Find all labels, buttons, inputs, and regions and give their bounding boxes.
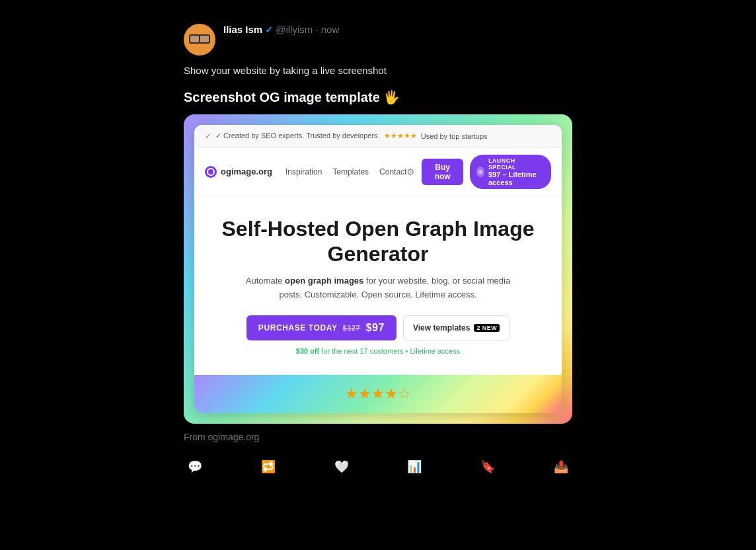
offer-detail: for the next 17 customers • Lifetime acc…: [321, 347, 460, 355]
nav-contact[interactable]: Contact: [379, 167, 406, 177]
site-footer-rating: ★★★★☆: [194, 375, 562, 413]
site-hero: Self-Hosted Open Graph Image Generator A…: [194, 196, 562, 375]
avatar: [184, 24, 215, 56]
like-button[interactable]: 🤍: [330, 455, 353, 478]
check-icon: ✓: [205, 132, 211, 141]
launch-badge-price: $97 – Lifetime access: [488, 171, 545, 186]
hero-offer: $30 off for the next 17 customers • Life…: [208, 347, 548, 355]
site-nav-left: ogimage.org Inspiration Templates Contac…: [205, 166, 406, 178]
share-button[interactable]: 📤: [550, 455, 572, 478]
views-button[interactable]: 📊: [403, 455, 426, 478]
buy-button[interactable]: Buy now: [422, 159, 463, 185]
price-new: $97: [365, 322, 385, 334]
off-label: $30 off: [296, 347, 319, 355]
launch-badge-label: LAUNCH SPECIAL: [488, 157, 545, 171]
site-topbar-left: ✓ ✓ Created by SEO experts. Trusted by d…: [205, 132, 488, 141]
tweet-title: Screenshot OG image template 🖐️: [184, 88, 572, 106]
tweet-header: Ilias Ism ✓ @illyism · now: [184, 24, 572, 56]
reply-icon: 💬: [188, 459, 202, 474]
retweet-icon: 🔁: [261, 459, 276, 474]
like-icon: 🤍: [334, 459, 349, 474]
new-badge: 2 NEW: [474, 324, 500, 332]
hero-bold: open graph images: [285, 276, 363, 286]
badge-icon: ⊕: [476, 167, 484, 177]
site-logo: ogimage.org: [205, 166, 272, 178]
screenshot-card: ✓ ✓ Created by SEO experts. Trusted by d…: [194, 125, 562, 413]
from-source: From ogimage.org: [184, 432, 572, 442]
site-nav: ogimage.org Inspiration Templates Contac…: [194, 148, 562, 196]
user-info: Ilias Ism ✓ @illyism · now: [223, 24, 339, 35]
bookmark-icon: 🔖: [480, 459, 495, 474]
gear-icon[interactable]: ⚙: [406, 167, 415, 177]
hero-subtitle: Automate open graph images for your webs…: [239, 274, 517, 302]
nav-templates[interactable]: Templates: [332, 167, 369, 177]
site-nav-links: Inspiration Templates Contact: [285, 167, 406, 177]
site-nav-right: ⚙ Buy now ⊕ LAUNCH SPECIAL $97 – Lifetim…: [406, 155, 551, 189]
card-wrapper: ✓ ✓ Created by SEO experts. Trusted by d…: [184, 114, 572, 424]
view-templates-label: View templates: [413, 323, 470, 333]
topbar-left-text: ✓ Created by SEO experts. Trusted by dev…: [215, 132, 380, 140]
share-icon: 📤: [554, 459, 568, 474]
nav-inspiration[interactable]: Inspiration: [285, 167, 322, 177]
display-name: Ilias Ism: [223, 24, 262, 35]
price-old: $127: [343, 324, 361, 332]
purchase-button[interactable]: PURCHASE TODAY $127 $97: [246, 315, 397, 340]
user-name-row: Ilias Ism ✓ @illyism · now: [223, 24, 339, 35]
username-time: @illyism · now: [276, 24, 339, 35]
reply-button[interactable]: 💬: [184, 455, 206, 478]
hero-buttons: PURCHASE TODAY $127 $97 View templates 2…: [208, 315, 548, 340]
site-topbar: ✓ ✓ Created by SEO experts. Trusted by d…: [194, 125, 562, 148]
bookmark-button[interactable]: 🔖: [476, 455, 499, 478]
views-icon: 📊: [407, 459, 422, 474]
tweet-actions: 💬 🔁 🤍 📊 🔖 📤: [184, 453, 572, 481]
logo-icon: [205, 166, 217, 178]
topbar-right-text: Used by top startups: [421, 132, 488, 140]
launch-badge: ⊕ LAUNCH SPECIAL $97 – Lifetime access: [470, 155, 551, 189]
tweet-container: Ilias Ism ✓ @illyism · now Show your web…: [173, 13, 583, 537]
hero-title: Self-Hosted Open Graph Image Generator: [208, 216, 548, 267]
rating-stars-topbar: ★★★★★: [384, 132, 417, 140]
launch-badge-inner: LAUNCH SPECIAL $97 – Lifetime access: [488, 157, 545, 186]
purchase-label: PURCHASE TODAY: [258, 323, 338, 333]
tweet-text: Show your website by taking a live scree…: [184, 63, 572, 79]
view-templates-button[interactable]: View templates 2 NEW: [403, 315, 510, 340]
rating-stars-footer: ★★★★☆: [345, 385, 411, 403]
retweet-button[interactable]: 🔁: [257, 455, 280, 478]
avatar-glasses: [189, 34, 210, 41]
verified-icon: ✓: [265, 24, 273, 35]
logo-text: ogimage.org: [221, 167, 272, 177]
